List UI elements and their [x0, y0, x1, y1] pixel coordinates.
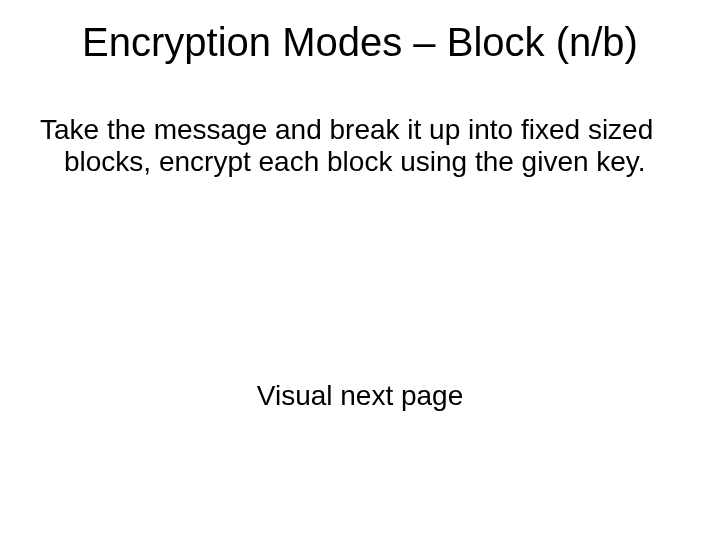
- slide-body: Take the message and break it up into fi…: [40, 114, 680, 178]
- slide: Encryption Modes – Block (n/b) Take the …: [0, 0, 720, 540]
- slide-title: Encryption Modes – Block (n/b): [0, 20, 720, 65]
- body-paragraph: Take the message and break it up into fi…: [40, 114, 680, 178]
- slide-footer: Visual next page: [0, 380, 720, 412]
